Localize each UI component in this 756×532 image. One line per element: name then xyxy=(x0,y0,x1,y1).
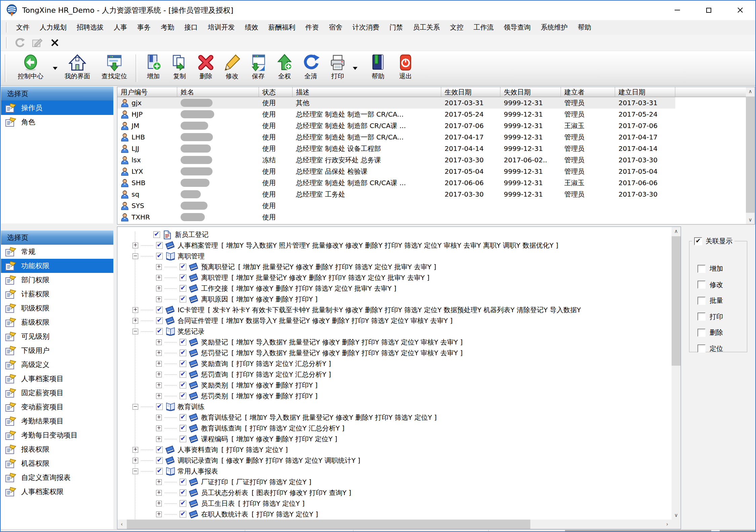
tree-label[interactable]: 工作交接 xyxy=(201,284,228,293)
menu-item-15[interactable]: 员工关系 xyxy=(408,22,445,33)
expand-toggle[interactable]: + xyxy=(133,307,138,313)
menu-item-1[interactable]: 文件 xyxy=(11,22,35,33)
sidebar-item-功能权限[interactable]: 功能权限 xyxy=(1,259,113,273)
find-locate-button[interactable]: 查找定位 xyxy=(96,51,133,85)
link-display-checkbox[interactable] xyxy=(694,237,702,245)
expand-toggle[interactable]: + xyxy=(156,501,162,506)
tree-label[interactable]: 奖惩记录 xyxy=(178,327,204,336)
column-header-5[interactable]: 生效日期 xyxy=(441,87,500,97)
tree-label[interactable]: 奖励类别 xyxy=(201,381,228,390)
tree-checkbox[interactable] xyxy=(180,425,186,432)
tree-label[interactable]: 教育训练 xyxy=(178,402,204,411)
menu-item-2[interactable]: 人力规划 xyxy=(35,22,72,33)
tree-checkbox[interactable] xyxy=(156,306,163,313)
sidebar-item-高级定义[interactable]: 高级定义 xyxy=(1,358,113,372)
link-option-checkbox[interactable] xyxy=(697,281,706,289)
tree-checkbox[interactable] xyxy=(180,489,186,496)
tree-checkbox[interactable] xyxy=(156,457,163,464)
menu-item-19[interactable]: 系统维护 xyxy=(536,22,573,33)
tree-label[interactable]: 厂证打印 xyxy=(201,478,228,487)
menu-item-7[interactable]: 接口 xyxy=(179,22,203,33)
menu-item-12[interactable]: 宿舍 xyxy=(324,22,347,33)
tree-label[interactable]: 在职人数统计表 xyxy=(201,510,248,519)
tree-checkbox[interactable] xyxy=(180,371,186,378)
expand-toggle[interactable]: + xyxy=(156,372,162,377)
expand-toggle[interactable]: + xyxy=(156,296,162,302)
sidebar-item-报表权限[interactable]: 报表权限 xyxy=(1,442,113,456)
sidebar-item-考勤每日变动项目[interactable]: 考勤每日变动项目 xyxy=(1,428,113,442)
tree-checkbox[interactable] xyxy=(180,393,186,399)
tree-checkbox[interactable] xyxy=(180,350,186,356)
tree-checkbox[interactable] xyxy=(180,436,186,442)
expand-toggle[interactable]: + xyxy=(133,318,138,324)
sidebar-item-薪级权限[interactable]: 薪级权限 xyxy=(1,315,113,329)
table-row-SHB[interactable]: SHB使用总经理室 制造处 制造部 CR/CA课 ...2017-06-0699… xyxy=(117,177,675,189)
expand-toggle[interactable]: + xyxy=(156,361,162,367)
exit-button[interactable]: 退出 xyxy=(392,51,419,85)
tree-label[interactable]: 人事档案管理 xyxy=(178,241,218,250)
tree-label[interactable]: 教育训练查询 xyxy=(201,424,241,433)
tree-label[interactable]: 预离职登记 xyxy=(201,262,235,272)
sidebar-item-固定薪资项目[interactable]: 固定薪资项目 xyxy=(1,386,113,400)
tree-label[interactable]: 员工生日表 xyxy=(201,499,235,508)
link-option-checkbox[interactable] xyxy=(697,329,706,337)
full-rights-button[interactable]: 全权 xyxy=(271,51,298,85)
tree-checkbox[interactable] xyxy=(180,339,186,345)
column-header-8[interactable]: 建立日期 xyxy=(615,87,675,97)
expand-toggle[interactable]: + xyxy=(156,490,162,496)
expand-toggle[interactable]: + xyxy=(156,415,162,420)
expand-toggle[interactable]: + xyxy=(156,479,162,485)
tree-checkbox[interactable] xyxy=(156,317,163,324)
sidebar-item-计薪权限[interactable]: 计薪权限 xyxy=(1,287,113,301)
menu-item-4[interactable]: 人事 xyxy=(109,22,132,33)
collapse-toggle[interactable]: − xyxy=(133,253,138,259)
tree-checkbox[interactable] xyxy=(156,446,163,453)
tree-label[interactable]: 课程编码 xyxy=(201,435,228,444)
maximize-button[interactable] xyxy=(703,5,714,15)
tree-checkbox[interactable] xyxy=(180,274,186,281)
tree-checkbox[interactable] xyxy=(180,263,186,270)
expand-toggle[interactable]: + xyxy=(156,339,162,345)
tree-label[interactable]: 人事资料查询 xyxy=(178,445,218,454)
sidebar-item-操作员[interactable]: 操作员 xyxy=(1,101,113,115)
menu-item-9[interactable]: 绩效 xyxy=(240,22,263,33)
tree-label[interactable]: 员工状态分析表 xyxy=(201,488,248,497)
sidebar-splitter[interactable] xyxy=(1,223,113,231)
tree-checkbox[interactable] xyxy=(156,468,163,475)
tree-checkbox[interactable] xyxy=(180,500,186,507)
add-button[interactable]: 增加 xyxy=(140,51,166,85)
tree-label[interactable]: 惩罚类别 xyxy=(201,392,228,401)
tree-label[interactable]: 常用人事报表 xyxy=(178,467,218,476)
tree-checkbox[interactable] xyxy=(180,511,186,518)
table-row-sq[interactable]: sq使用总经理室 工务处2017-03-309999-12-31管理员2017-… xyxy=(117,189,675,200)
scroll-down-button[interactable]: ∨ xyxy=(672,511,681,520)
expand-toggle[interactable]: + xyxy=(133,243,138,248)
save-button[interactable]: 保存 xyxy=(245,51,271,85)
column-header-6[interactable]: 失效日期 xyxy=(500,87,561,97)
expand-toggle[interactable]: + xyxy=(156,286,162,291)
table-row-HJP[interactable]: HJP使用总经理室 制造处 制造一部 CR/CA...2017-05-24999… xyxy=(117,109,675,120)
scroll-down-button[interactable]: ∨ xyxy=(746,215,755,224)
copy-button[interactable]: 复制 xyxy=(166,51,193,85)
sidebar-item-人事档案项目[interactable]: 人事档案项目 xyxy=(1,372,113,386)
scroll-up-button[interactable]: ∧ xyxy=(672,227,681,236)
table-row-gjx[interactable]: gjx使用其他2017-03-319999-12-31管理员2017-03-31 xyxy=(117,97,675,109)
menu-item-6[interactable]: 考勤 xyxy=(156,22,179,33)
expand-toggle[interactable]: + xyxy=(156,511,162,517)
link-option-checkbox[interactable] xyxy=(697,265,706,273)
scroll-up-button[interactable]: ∧ xyxy=(746,87,755,96)
table-row-lsx[interactable]: lsx冻结总经理室 行政安环处 总务课2017-03-302017-06-02.… xyxy=(117,154,675,166)
collapse-toggle[interactable]: − xyxy=(133,468,138,474)
tree-label[interactable]: 奖励查询 xyxy=(201,359,228,368)
expand-toggle[interactable]: + xyxy=(133,458,138,463)
table-scrollbar[interactable]: ∧ ∨ xyxy=(746,87,755,224)
menu-item-20[interactable]: 帮助 xyxy=(573,22,596,33)
tree-label[interactable]: 离职原因 xyxy=(201,295,228,304)
sidebar-item-部门权限[interactable]: 部门权限 xyxy=(1,273,113,287)
scroll-thumb[interactable] xyxy=(672,236,681,366)
tree-checkbox[interactable] xyxy=(156,253,163,259)
sidebar-item-可见级别[interactable]: 可见级别 xyxy=(1,329,113,343)
expand-toggle[interactable]: + xyxy=(156,264,162,270)
collapse-toggle[interactable]: − xyxy=(133,404,138,410)
menu-item-13[interactable]: 计次消费 xyxy=(347,22,384,33)
